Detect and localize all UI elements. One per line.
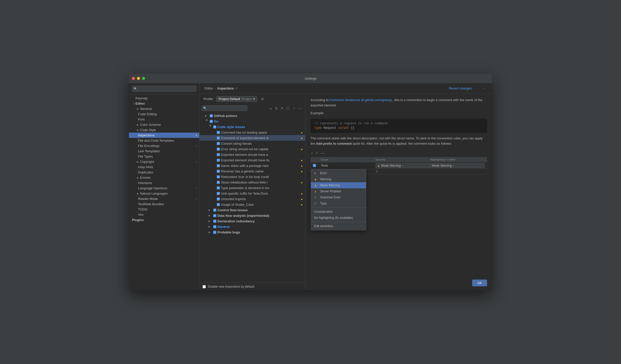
popup-item-warning[interactable]: ▲ Warning	[311, 176, 366, 182]
forward-button[interactable]: →	[482, 86, 487, 91]
sidebar-item-plugins[interactable]: Plugins	[129, 217, 199, 223]
checkbox-probable-bugs[interactable]: ✓	[213, 231, 216, 234]
sidebar-item-keymap[interactable]: Keymap	[129, 96, 199, 101]
gear-icon-everywhere[interactable]: ⚙	[376, 170, 430, 173]
checkbox-tests-scope[interactable]: ✓	[313, 164, 316, 167]
popup-item-weak-warning[interactable]: ▲ Weak Warning	[311, 182, 366, 188]
insp-item-comment-exported[interactable]: ✓ Comment of exported element st ▲	[200, 135, 305, 141]
insp-item-struct-init[interactable]: ✓ Struct initialization without field r …	[200, 179, 305, 185]
insp-item-unsorted-imports[interactable]: ✓ Unsorted imports ▲	[200, 196, 305, 202]
minimize-button[interactable]	[137, 77, 140, 80]
back-button[interactable]: ←	[475, 86, 481, 91]
checkbox-control-flow[interactable]: ✓	[213, 208, 216, 212]
sidebar-item-todo[interactable]: TODO	[129, 207, 199, 212]
ok-button[interactable]: OK	[472, 280, 487, 286]
collapse-all-button[interactable]: ✕	[280, 106, 285, 111]
checkbox-struct-init[interactable]: ✓	[217, 181, 220, 184]
inspections-search-input[interactable]	[202, 105, 247, 111]
sidebar-item-duplicates[interactable]: Duplicates	[129, 170, 199, 175]
sidebar-item-general[interactable]: ▶ General	[129, 106, 199, 111]
sidebar-item-natural-languages[interactable]: ▶ Natural Languages	[129, 191, 199, 196]
insp-item-redundant-true[interactable]: ✓ Redundant 'true' in for loop condi	[200, 174, 305, 179]
sidebar-item-inspections[interactable]: Inspections ≡	[129, 133, 199, 138]
sidebar-item-emmet[interactable]: ▶ Emmet	[129, 175, 199, 180]
checkbox-exported-have-a[interactable]: ✓	[217, 153, 220, 156]
popup-item-consideration[interactable]: Consideration	[311, 209, 366, 215]
popup-item-grammar-error[interactable]: ✔ Grammar Error	[311, 194, 366, 200]
sidebar-item-font[interactable]: Font	[129, 117, 199, 122]
remove-button[interactable]: —	[298, 106, 303, 111]
checkbox-redundant-true[interactable]: ✓	[217, 175, 220, 178]
sidebar-item-code-style[interactable]: ▶ Code Style	[129, 127, 199, 133]
checkbox-unsorted-imports[interactable]: ✓	[217, 197, 220, 201]
insp-item-data-flow[interactable]: ▶ ✓ Data flow analysis (experimental)	[200, 213, 305, 218]
revert-changes-button[interactable]: Revert changes	[449, 86, 472, 90]
sidebar-item-language-injections[interactable]: Language Injections ≡	[129, 186, 199, 191]
disable-new-inspections-checkbox[interactable]	[203, 285, 206, 288]
insp-item-type-param[interactable]: ✓ Type parameter is declared in lov	[200, 185, 305, 191]
breadcrumb-parent[interactable]: Editor	[205, 86, 213, 90]
checkbox-go[interactable]: ✓	[210, 120, 213, 123]
sidebar-item-intentions[interactable]: Intentions	[129, 180, 199, 186]
filter-button[interactable]: ⊿	[268, 106, 273, 111]
sidebar-search-input[interactable]	[132, 86, 196, 92]
insp-item-exported-have-a[interactable]: ✓ Exported element should have a	[200, 152, 305, 157]
insp-item-error-string[interactable]: ✓ Error string should not be capital ▲	[200, 146, 305, 152]
popup-item-no-highlighting[interactable]: No highlighting (fix available)	[311, 215, 366, 221]
checkbox-csi[interactable]: ✓	[213, 125, 216, 129]
checkbox-general-go[interactable]: ✓	[213, 225, 216, 228]
insp-item-go[interactable]: ▶ ✓ Go	[200, 118, 305, 124]
insp-item-github-actions[interactable]: ▶ ✓ GitHub actions	[200, 113, 305, 118]
severity-dropdown-tests[interactable]: ▲ Weak Warning ▾	[376, 163, 430, 168]
checkbox-comment-exported[interactable]: ✓	[217, 136, 220, 140]
insp-item-exported-have-its[interactable]: ✓ Exported element should have its ▲	[200, 157, 305, 163]
sidebar-item-copyright[interactable]: ▶ Copyright ≡	[129, 159, 199, 164]
popup-item-typo[interactable]: ✔ Typo	[311, 200, 366, 206]
insp-item-name-starts[interactable]: ✓ Name starts with a package nam ▲	[200, 163, 305, 168]
checkbox-comment-no-leading[interactable]: ✓	[217, 131, 220, 134]
sidebar-item-file-encodings[interactable]: File Encodings ≡	[129, 143, 199, 148]
insp-item-control-flow[interactable]: ▶ ✓ Control flow issues	[200, 207, 305, 213]
checkbox-github[interactable]: ✓	[210, 114, 213, 117]
checkbox-receiver-generic[interactable]: ✓	[217, 170, 220, 173]
checkbox-declaration-redundancy[interactable]: ✓	[213, 220, 216, 223]
insp-item-receiver-generic[interactable]: ✓ Receiver has a generic name ▲	[200, 168, 305, 174]
sidebar-item-file-code-templates[interactable]: File and Code Templates	[129, 138, 199, 143]
insp-item-declaration-redundancy[interactable]: ▶ ✓ Declaration redundancy	[200, 218, 305, 224]
checkbox-unit-suffix[interactable]: ✓	[217, 192, 220, 195]
sidebar-item-live-templates[interactable]: Live Templates	[129, 148, 199, 154]
insp-item-comment-no-leading[interactable]: ✓ Comment has no leading space ▲	[200, 130, 305, 135]
checkbox-snake-case[interactable]: ✓	[217, 203, 220, 206]
insp-item-unit-suffix[interactable]: ✓ Unit-specific suffix for 'time.Dura ▲	[200, 191, 305, 196]
scope-add-button[interactable]: +	[310, 150, 314, 156]
insp-item-convert-string[interactable]: ✓ Convert string literals	[200, 141, 305, 146]
highlight-dropdown-tests[interactable]: Weak Warning ▾	[430, 163, 485, 168]
sidebar-item-code-editing[interactable]: Code Editing	[129, 111, 199, 117]
sidebar-item-textmate-bundles[interactable]: TextMate Bundles	[129, 201, 199, 207]
collapse-button[interactable]: ☐	[286, 106, 291, 111]
add-button[interactable]: ＋	[292, 105, 297, 111]
expand-all-button[interactable]: ⇅	[274, 106, 279, 111]
insp-item-code-style-issues[interactable]: ▶ ✓ Code style issues	[200, 124, 305, 130]
checkbox-convert-string[interactable]: ✓	[217, 142, 220, 145]
checkbox-type-param[interactable]: ✓	[217, 186, 220, 190]
maximize-button[interactable]	[142, 77, 145, 80]
scope-remove-button[interactable]: —	[320, 150, 325, 156]
close-button[interactable]	[132, 77, 135, 80]
insp-item-snake-case[interactable]: ✓ Usage of Snake_Case ▲	[200, 202, 305, 207]
popup-item-error[interactable]: ● Error	[311, 170, 366, 176]
sidebar-item-vim[interactable]: Vim	[129, 212, 199, 217]
checkbox-error-string[interactable]: ✓	[217, 147, 220, 151]
popup-item-edit-severities[interactable]: Edit severities...	[311, 223, 366, 229]
sidebar-item-color-scheme[interactable]: ▶ Color Scheme	[129, 122, 199, 127]
insp-item-general-go[interactable]: ▶ ✓ General	[200, 224, 305, 229]
description-link[interactable]: Comment Sentences at github.com/golang	[330, 98, 392, 102]
sidebar-item-editor[interactable]: ▾ Editor	[129, 101, 199, 106]
profile-dropdown[interactable]: Project Default Project ▾	[216, 96, 257, 102]
scope-row-tests[interactable]: ✓ Tests ▲ Weak Warning ▾ Weak Warning ▾	[311, 162, 487, 169]
checkbox-data-flow[interactable]: ✓	[213, 214, 216, 217]
sidebar-item-inlay-hints[interactable]: Inlay Hints	[129, 164, 199, 170]
checkbox-name-starts[interactable]: ✓	[217, 164, 220, 167]
sidebar-item-reader-mode[interactable]: Reader Mode ≡	[129, 196, 199, 201]
profile-gear-button[interactable]: ⚙	[260, 97, 265, 102]
